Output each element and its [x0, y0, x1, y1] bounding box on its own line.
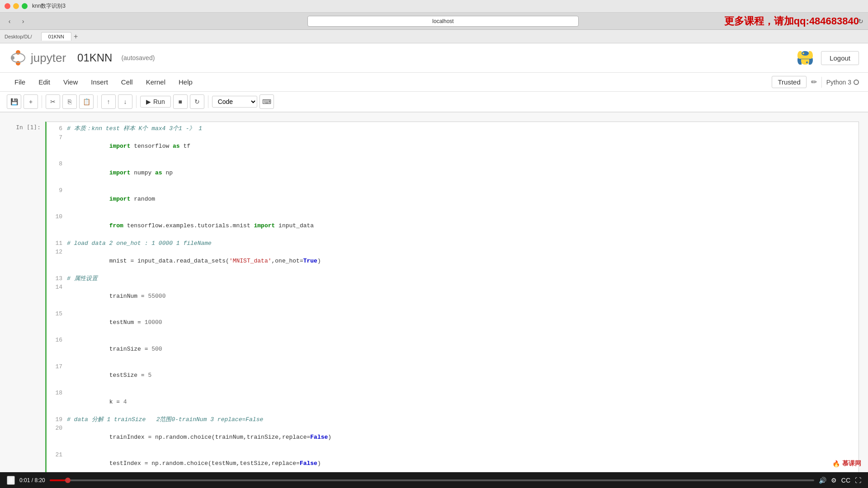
- menu-bar: File Edit View Insert Cell Kernel Help T…: [0, 73, 868, 92]
- toolbar-separator-2: [97, 95, 98, 108]
- code-line-6: 6 # 本质：knn test 样本 K个 max4 3个1 -》 1: [51, 124, 854, 133]
- address-bar[interactable]: localhost: [307, 16, 579, 27]
- main-content: In [1]: 6 # 本质：knn test 样本 K个 max4 3个1 -…: [0, 113, 868, 472]
- trusted-button[interactable]: Trusted: [772, 76, 806, 88]
- kernel-label: Python 3: [826, 79, 851, 86]
- autosaved-label: (autosaved): [121, 54, 155, 61]
- add-cell-button[interactable]: +: [24, 94, 38, 109]
- code-line-7: 7 import tensorflow as tf: [51, 133, 854, 160]
- minimize-button[interactable]: [13, 3, 19, 9]
- fire-icon: 🔥: [832, 460, 840, 467]
- menu-cell[interactable]: Cell: [116, 76, 138, 88]
- video-bar: ⏸ 0:01 / 8:20 🔊 ⚙ CC ⛶: [0, 472, 868, 488]
- jupyter-logo: jupyter: [9, 49, 66, 67]
- toolbar-separator-3: [136, 95, 137, 108]
- new-tab-button[interactable]: +: [74, 33, 78, 41]
- cell-type-select[interactable]: Code Markdown Raw NBConvert: [212, 96, 257, 108]
- pause-button[interactable]: ⏸: [7, 476, 15, 485]
- code-line-20: 20 trainIndex = np.random.choice(trainNu…: [51, 424, 854, 450]
- video-controls-right: 🔊 ⚙ CC ⛶: [819, 477, 861, 484]
- menu-edit[interactable]: Edit: [33, 76, 56, 88]
- keyboard-button[interactable]: ⌨: [259, 94, 274, 109]
- menu-insert[interactable]: Insert: [85, 76, 113, 88]
- move-up-button[interactable]: ↑: [101, 94, 116, 109]
- svg-point-4: [802, 52, 804, 54]
- volume-button[interactable]: 🔊: [819, 477, 826, 484]
- code-line-9: 9 import random: [51, 186, 854, 213]
- svg-point-5: [806, 61, 808, 63]
- menu-kernel[interactable]: Kernel: [141, 76, 171, 88]
- menu-file[interactable]: File: [9, 76, 31, 88]
- notebook-title[interactable]: 01KNN: [77, 52, 112, 64]
- watermark: 🔥 慕课网: [832, 460, 861, 468]
- menu-help[interactable]: Help: [173, 76, 198, 88]
- cut-button[interactable]: ✂: [46, 94, 60, 109]
- traffic-lights: [5, 3, 28, 9]
- code-line-16: 16 trainSize = 500: [51, 336, 854, 362]
- toolbar-separator-4: [208, 95, 208, 108]
- titlebar: knn数字识别3: [0, 0, 868, 13]
- code-line-12: 12 mnist = input_data.read_data_sets('MN…: [51, 248, 854, 274]
- tab-path: Desktop/DL/: [5, 34, 32, 39]
- window-title: knn数字识别3: [32, 2, 66, 10]
- run-icon: ▶: [146, 98, 151, 105]
- menu-right: Trusted ✏ Python 3: [772, 76, 859, 88]
- code-lines: 6 # 本质：knn test 样本 K个 max4 3个1 -》 1 7 im…: [47, 122, 859, 472]
- video-progress-dot: [65, 478, 71, 483]
- run-button[interactable]: ▶ Run: [140, 96, 171, 108]
- brand-text: 更多课程，请加qq:484683840: [724, 14, 859, 28]
- code-line-17: 17 testSize = 5: [51, 362, 854, 389]
- kernel-status-indicator: [854, 80, 859, 85]
- paste-button[interactable]: 📋: [79, 94, 94, 109]
- logout-button[interactable]: Logout: [821, 51, 859, 65]
- fullscreen-button[interactable]: ⛶: [855, 477, 861, 484]
- tab-bar: Desktop/DL/ 01KNN +: [0, 30, 868, 43]
- code-line-13: 13 # 属性设置: [51, 274, 854, 283]
- code-line-11: 11 # load data 2 one_hot : 1 0000 1 file…: [51, 239, 854, 248]
- code-cell-1: In [1]: 6 # 本质：knn test 样本 K个 max4 3个1 -…: [9, 122, 859, 472]
- code-line-21: 21 testIndex = np.random.choice(testNum,…: [51, 450, 854, 473]
- stop-button[interactable]: ■: [173, 94, 188, 109]
- separator: [821, 77, 822, 88]
- code-line-19: 19 # data 分解 1 trainSize 2范围0-trainNum 3…: [51, 415, 854, 424]
- header-right: Logout: [796, 49, 859, 67]
- cell-prompt: In [1]:: [9, 122, 45, 472]
- restart-button[interactable]: ↻: [190, 94, 204, 109]
- jupyter-icon: [9, 49, 27, 67]
- run-label: Run: [153, 98, 165, 105]
- back-button[interactable]: ‹: [5, 16, 14, 26]
- notebook-tab[interactable]: 01KNN: [41, 32, 71, 41]
- move-down-button[interactable]: ↓: [118, 94, 132, 109]
- jupyter-header: jupyter 01KNN (autosaved) Logout: [0, 43, 868, 73]
- cc-button[interactable]: CC: [841, 477, 850, 484]
- code-line-18: 18 k = 4: [51, 389, 854, 415]
- video-progress-fill: [50, 479, 65, 481]
- python-logo: [796, 49, 814, 67]
- toolbar: 💾 + ✂ ⎘ 📋 ↑ ↓ ▶ Run ■ ↻ Code Markdown Ra…: [0, 92, 868, 113]
- kernel-info: Python 3: [826, 79, 859, 86]
- edit-icon-button[interactable]: ✏: [811, 78, 817, 86]
- forward-button[interactable]: ›: [18, 16, 28, 26]
- close-button[interactable]: [5, 3, 10, 9]
- code-line-8: 8 import numpy as np: [51, 160, 854, 186]
- code-line-15: 15 testNum = 10000: [51, 310, 854, 336]
- cell-code-area[interactable]: 6 # 本质：knn test 样本 K个 max4 3个1 -》 1 7 im…: [45, 122, 859, 472]
- copy-button[interactable]: ⎘: [62, 94, 77, 109]
- browser-bar: ‹ › localhost ↻ 更多课程，请加qq:484683840: [0, 13, 868, 30]
- maximize-button[interactable]: [22, 3, 28, 9]
- menu-view[interactable]: View: [58, 76, 83, 88]
- settings-button[interactable]: ⚙: [831, 477, 837, 484]
- video-progress-bar[interactable]: [50, 479, 814, 481]
- svg-point-0: [16, 50, 20, 55]
- toolbar-separator-1: [42, 95, 42, 108]
- jupyter-wordmark: jupyter: [31, 51, 66, 65]
- svg-point-1: [16, 61, 20, 66]
- code-line-10: 10 from tensorflow.examples.tutorials.mn…: [51, 212, 854, 239]
- code-line-14: 14 trainNum = 55000: [51, 283, 854, 310]
- watermark-text: 慕课网: [842, 460, 861, 468]
- video-time: 0:01 / 8:20: [19, 477, 45, 483]
- save-button[interactable]: 💾: [7, 94, 21, 109]
